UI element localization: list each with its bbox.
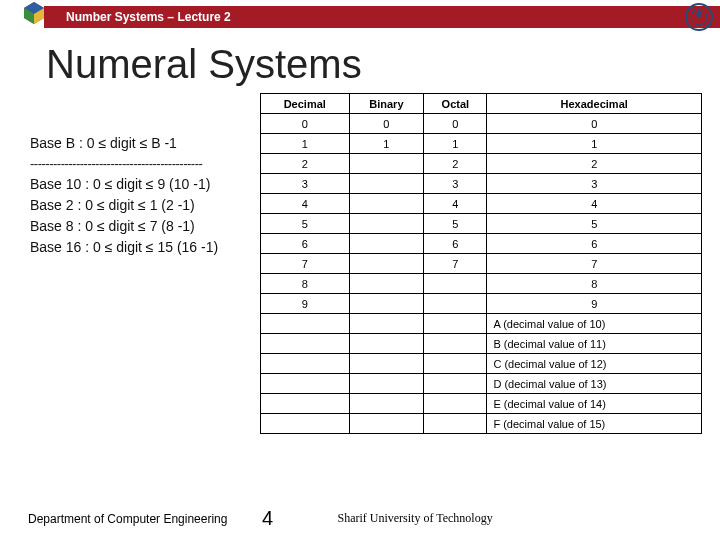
table-row: D (decimal value of 13): [261, 374, 702, 394]
cell-octal: [424, 414, 487, 434]
cell-decimal: 8: [261, 274, 350, 294]
footer: Department of Computer Engineering 4 Sha…: [0, 507, 720, 530]
table-row: 222: [261, 154, 702, 174]
table-row: 0000: [261, 114, 702, 134]
logo-right-icon: [684, 2, 714, 32]
cell-hex: 4: [487, 194, 702, 214]
cell-binary: [349, 374, 424, 394]
cell-decimal: [261, 374, 350, 394]
cell-hex: 1: [487, 134, 702, 154]
cell-binary: 0: [349, 114, 424, 134]
table-row: 333: [261, 174, 702, 194]
table-row: 88: [261, 274, 702, 294]
cell-decimal: 9: [261, 294, 350, 314]
cell-hex: B (decimal value of 11): [487, 334, 702, 354]
col-hex: Hexadecimal: [487, 94, 702, 114]
table-row: 777: [261, 254, 702, 274]
breadcrumb-bar: Number Systems – Lecture 2: [44, 6, 720, 28]
col-octal: Octal: [424, 94, 487, 114]
cell-binary: [349, 174, 424, 194]
cell-decimal: [261, 334, 350, 354]
base-10: Base 10 : 0 ≤ digit ≤ 9 (10 -1): [30, 174, 260, 195]
table-row: E (decimal value of 14): [261, 394, 702, 414]
cell-binary: [349, 214, 424, 234]
cell-decimal: [261, 354, 350, 374]
col-decimal: Decimal: [261, 94, 350, 114]
cell-octal: [424, 294, 487, 314]
cell-binary: [349, 414, 424, 434]
base-2: Base 2 : 0 ≤ digit ≤ 1 (2 -1): [30, 195, 260, 216]
table-header-row: Decimal Binary Octal Hexadecimal: [261, 94, 702, 114]
slide-number: 4: [227, 507, 307, 530]
col-binary: Binary: [349, 94, 424, 114]
cell-octal: 7: [424, 254, 487, 274]
footer-dept: Department of Computer Engineering: [0, 512, 227, 526]
cell-octal: [424, 394, 487, 414]
cell-octal: 4: [424, 194, 487, 214]
cell-binary: [349, 294, 424, 314]
page-title: Numeral Systems: [46, 42, 720, 87]
cell-binary: [349, 254, 424, 274]
cell-decimal: 7: [261, 254, 350, 274]
cell-octal: 0: [424, 114, 487, 134]
cell-decimal: 5: [261, 214, 350, 234]
cell-octal: [424, 374, 487, 394]
cell-octal: 2: [424, 154, 487, 174]
cell-binary: [349, 334, 424, 354]
base-8: Base 8 : 0 ≤ digit ≤ 7 (8 -1): [30, 216, 260, 237]
cell-binary: [349, 394, 424, 414]
cell-octal: 3: [424, 174, 487, 194]
breadcrumb-text: Number Systems – Lecture 2: [66, 10, 231, 24]
base-general: Base B : 0 ≤ digit ≤ B -1: [30, 133, 260, 154]
cell-binary: [349, 154, 424, 174]
base-16: Base 16 : 0 ≤ digit ≤ 15 (16 -1): [30, 237, 260, 258]
cell-octal: 5: [424, 214, 487, 234]
cell-decimal: 2: [261, 154, 350, 174]
table-row: A (decimal value of 10): [261, 314, 702, 334]
cell-binary: [349, 274, 424, 294]
table-row: 1111: [261, 134, 702, 154]
table-row: F (decimal value of 15): [261, 414, 702, 434]
cell-hex: F (decimal value of 15): [487, 414, 702, 434]
separator: ----------------------------------------…: [30, 154, 260, 174]
header-bar: Number Systems – Lecture 2: [0, 0, 720, 34]
cell-hex: D (decimal value of 13): [487, 374, 702, 394]
cell-hex: 3: [487, 174, 702, 194]
footer-university: Sharif University of Technology: [307, 511, 720, 526]
table-row: C (decimal value of 12): [261, 354, 702, 374]
cell-binary: [349, 354, 424, 374]
base-definitions: Base B : 0 ≤ digit ≤ B -1 --------------…: [14, 93, 260, 258]
cell-hex: 9: [487, 294, 702, 314]
cell-octal: [424, 334, 487, 354]
cell-decimal: 1: [261, 134, 350, 154]
table-row: 666: [261, 234, 702, 254]
numeral-table-wrap: Decimal Binary Octal Hexadecimal 0000111…: [260, 93, 702, 434]
cell-octal: [424, 274, 487, 294]
cell-decimal: 3: [261, 174, 350, 194]
cell-binary: 1: [349, 134, 424, 154]
numeral-table: Decimal Binary Octal Hexadecimal 0000111…: [260, 93, 702, 434]
table-row: 444: [261, 194, 702, 214]
cell-hex: 8: [487, 274, 702, 294]
cell-hex: C (decimal value of 12): [487, 354, 702, 374]
cell-decimal: 0: [261, 114, 350, 134]
cell-hex: 2: [487, 154, 702, 174]
cell-hex: A (decimal value of 10): [487, 314, 702, 334]
table-row: B (decimal value of 11): [261, 334, 702, 354]
cell-binary: [349, 194, 424, 214]
cell-octal: [424, 314, 487, 334]
cell-hex: 6: [487, 234, 702, 254]
cell-hex: E (decimal value of 14): [487, 394, 702, 414]
table-row: 555: [261, 214, 702, 234]
cell-hex: 5: [487, 214, 702, 234]
cell-hex: 0: [487, 114, 702, 134]
cell-decimal: 6: [261, 234, 350, 254]
cell-binary: [349, 234, 424, 254]
cell-decimal: [261, 414, 350, 434]
cell-binary: [349, 314, 424, 334]
cell-octal: [424, 354, 487, 374]
cell-octal: 1: [424, 134, 487, 154]
cell-octal: 6: [424, 234, 487, 254]
table-row: 99: [261, 294, 702, 314]
cell-decimal: 4: [261, 194, 350, 214]
